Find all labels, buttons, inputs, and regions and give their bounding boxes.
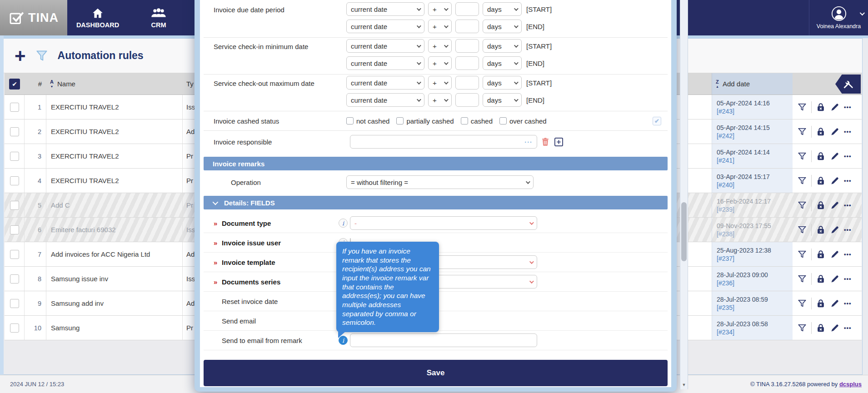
row-checkbox[interactable] (10, 176, 19, 185)
cashed-option[interactable]: not cashed (346, 117, 389, 125)
row-lock-icon[interactable] (816, 323, 826, 333)
row-edit-icon[interactable] (830, 176, 840, 186)
invoice-responsible-lookup[interactable]: ... (350, 135, 537, 149)
row-filter-icon[interactable] (797, 176, 807, 186)
row-checkbox[interactable] (10, 201, 19, 210)
dcsplus-link[interactable]: dcsplus (839, 381, 862, 388)
date-unit-select[interactable]: days (483, 93, 522, 107)
cashed-option[interactable]: partially cashed (396, 117, 454, 125)
row-lock-icon[interactable] (816, 249, 826, 259)
row-lock-icon[interactable] (816, 102, 826, 112)
date-base-select[interactable]: current date (346, 76, 424, 90)
add-rule-button[interactable]: + (15, 48, 26, 64)
row-ref-link[interactable]: [#240] (717, 181, 734, 189)
row-ref-link[interactable]: [#241] (717, 157, 734, 164)
table-tools-button[interactable] (835, 75, 861, 94)
row-ref-link[interactable]: [#242] (717, 132, 734, 139)
date-operator-select[interactable]: + (428, 56, 452, 70)
row-lock-icon[interactable] (816, 127, 826, 137)
date-operator-select[interactable]: + (428, 93, 452, 107)
date-unit-select[interactable]: days (483, 39, 522, 53)
row-more-button[interactable]: ••• (844, 177, 852, 184)
row-edit-icon[interactable] (830, 225, 840, 235)
row-filter-icon[interactable] (797, 274, 807, 284)
date-offset-input[interactable] (455, 20, 479, 33)
row-checkbox[interactable] (10, 225, 19, 234)
checkbox[interactable] (396, 117, 404, 124)
date-operator-select[interactable]: + (428, 2, 452, 16)
row-filter-icon[interactable] (797, 200, 807, 210)
row-more-button[interactable]: ••• (844, 324, 852, 331)
row-checkbox[interactable] (10, 250, 19, 259)
date-operator-select[interactable]: + (428, 20, 452, 33)
date-offset-input[interactable] (455, 76, 479, 90)
row-ref-link[interactable]: [#235] (717, 304, 734, 311)
row-more-button[interactable]: ••• (844, 153, 852, 159)
row-filter-icon[interactable] (797, 298, 807, 308)
tab-crm[interactable]: CRM (128, 0, 189, 35)
row-lock-icon[interactable] (816, 298, 826, 308)
cashed-option[interactable]: over cashed (499, 117, 547, 125)
date-operator-select[interactable]: + (428, 39, 452, 53)
date-offset-input[interactable] (455, 56, 479, 70)
row-edit-icon[interactable] (830, 102, 840, 112)
column-header-add-date[interactable]: Z▲ Add date (712, 73, 793, 95)
row-checkbox[interactable] (10, 299, 19, 308)
cashed-option[interactable]: cashed (461, 117, 493, 125)
field-select[interactable]: - (350, 216, 537, 230)
save-button[interactable]: Save (204, 360, 668, 386)
trash-icon[interactable] (541, 137, 550, 147)
row-ref-link[interactable]: [#243] (717, 108, 734, 115)
row-more-button[interactable]: ••• (844, 104, 852, 110)
row-more-button[interactable]: ••• (844, 275, 852, 282)
row-more-button[interactable]: ••• (844, 251, 852, 258)
row-lock-icon[interactable] (816, 176, 826, 186)
scrollbar-down-arrow[interactable]: ▼ (680, 383, 688, 387)
row-edit-icon[interactable] (830, 323, 840, 333)
row-filter-icon[interactable] (797, 249, 807, 259)
row-lock-icon[interactable] (816, 151, 826, 161)
row-more-button[interactable]: ••• (844, 226, 852, 233)
row-ref-link[interactable]: [#236] (717, 279, 734, 287)
row-checkbox[interactable] (10, 127, 19, 136)
filter-rules-icon[interactable] (35, 49, 49, 63)
date-unit-select[interactable]: days (483, 56, 522, 70)
collapse-section-icon[interactable] (213, 199, 219, 205)
row-ref-link[interactable]: [#237] (717, 255, 734, 262)
row-edit-icon[interactable] (830, 298, 840, 308)
row-ref-link[interactable]: [#234] (717, 328, 734, 336)
date-base-select[interactable]: current date (346, 20, 424, 33)
row-checkbox[interactable] (10, 274, 19, 284)
plus-square-icon[interactable] (554, 137, 564, 147)
scrollbar-thumb[interactable] (681, 202, 687, 261)
date-unit-select[interactable]: days (483, 76, 522, 90)
checkbox[interactable] (499, 117, 507, 124)
row-filter-icon[interactable] (797, 102, 807, 112)
row-more-button[interactable]: ••• (844, 202, 852, 209)
info-circle-icon[interactable]: i (339, 219, 348, 228)
date-offset-input[interactable] (455, 39, 479, 53)
checkbox[interactable] (461, 117, 468, 124)
row-edit-icon[interactable] (830, 274, 840, 284)
cashed-extra-checkbox[interactable]: ✔ (653, 117, 661, 125)
row-edit-icon[interactable] (830, 249, 840, 259)
row-lock-icon[interactable] (816, 225, 826, 235)
row-more-button[interactable]: ••• (844, 128, 852, 135)
row-filter-icon[interactable] (797, 225, 807, 235)
date-base-select[interactable]: current date (346, 56, 424, 70)
date-base-select[interactable]: current date (346, 93, 424, 107)
select-all-checkbox[interactable]: ✔ (9, 79, 20, 90)
row-more-button[interactable]: ••• (844, 300, 852, 307)
row-filter-icon[interactable] (797, 323, 807, 333)
field-input[interactable] (350, 333, 537, 347)
row-lock-icon[interactable] (816, 200, 826, 210)
tab-dashboard[interactable]: DASHBOARD (67, 0, 128, 35)
date-offset-input[interactable] (455, 2, 479, 16)
row-checkbox[interactable] (10, 152, 19, 161)
row-lock-icon[interactable] (816, 274, 826, 284)
row-checkbox[interactable] (10, 323, 19, 333)
checkbox[interactable] (346, 117, 354, 124)
row-edit-icon[interactable] (830, 127, 840, 137)
brand-logo[interactable]: TINA (0, 0, 67, 35)
row-checkbox[interactable] (10, 103, 19, 112)
